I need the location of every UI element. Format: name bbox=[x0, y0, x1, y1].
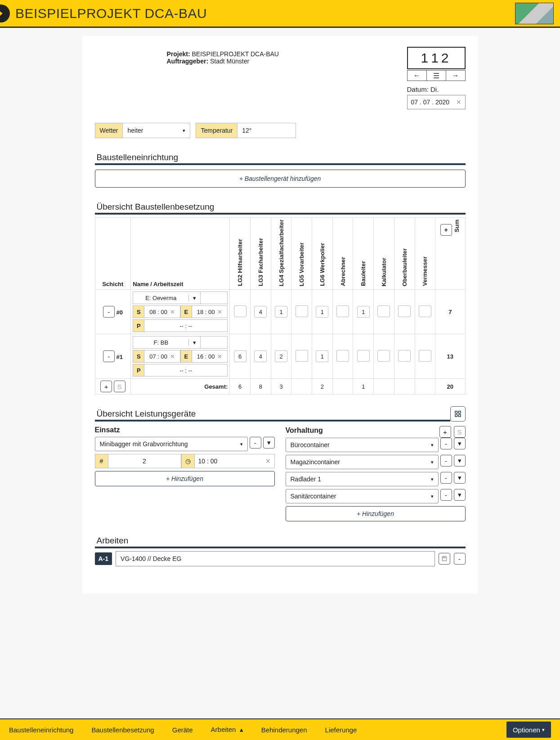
firm-value: F: BB bbox=[133, 339, 188, 346]
firm-select[interactable]: F: BB ▾ bbox=[133, 336, 228, 349]
logo-icon bbox=[0, 4, 10, 22]
staff-count-input[interactable] bbox=[336, 305, 349, 317]
staff-count-input[interactable] bbox=[357, 350, 370, 362]
staff-count-input[interactable]: 6 bbox=[234, 350, 246, 362]
pause-time-input[interactable]: -- : -- bbox=[144, 364, 228, 377]
vorhaltung-s-button[interactable]: S bbox=[454, 426, 466, 438]
scroll-area[interactable]: Projekt: BEISPIELPROJEKT DCA-BAU Auftrag… bbox=[0, 28, 560, 718]
firm-extra[interactable] bbox=[200, 336, 227, 348]
date-value: 07 . 07 . 2020 bbox=[411, 99, 450, 106]
work-save-icon[interactable] bbox=[439, 553, 450, 565]
vorhaltung-more-button[interactable]: ▾ bbox=[454, 455, 466, 466]
clear-icon[interactable]: ✕ bbox=[170, 309, 175, 315]
work-remove-button[interactable]: - bbox=[454, 553, 466, 565]
firm-select[interactable]: E: Oeverma ▾ bbox=[133, 292, 228, 304]
vorhaltung-remove-button[interactable]: - bbox=[440, 472, 452, 484]
vorhaltung-more-button[interactable]: ▾ bbox=[454, 472, 466, 484]
vorhaltung-item: Magazincontainer bbox=[291, 458, 340, 466]
remove-shift-button[interactable]: - bbox=[103, 306, 115, 318]
einsatz-add-button[interactable]: + Hinzufügen bbox=[95, 471, 275, 486]
col-kalkulator: Kalkulator bbox=[381, 258, 387, 287]
temperatur-value: 12° bbox=[242, 127, 251, 134]
einsatz-device-select[interactable]: Minibagger mit Grabvorrichtung ▾ bbox=[95, 437, 248, 451]
vorhaltung-item-select[interactable]: Bürocontainer ▾ bbox=[286, 438, 439, 452]
add-column-button[interactable]: + bbox=[440, 224, 452, 236]
staff-count-input[interactable]: 1 bbox=[316, 306, 328, 318]
section-besetzung: Übersicht Baustellenbesetzung bbox=[95, 199, 466, 215]
projekt-label: Projekt: bbox=[167, 50, 190, 58]
staff-count-input[interactable]: 4 bbox=[254, 306, 267, 318]
puzzle-icon[interactable] bbox=[450, 406, 466, 422]
end-time-input[interactable]: 18 : 00 ✕ bbox=[192, 305, 228, 318]
staff-count-input[interactable] bbox=[296, 350, 308, 362]
chevron-down-icon: ▾ bbox=[188, 339, 200, 346]
project-thumbnail[interactable] bbox=[515, 3, 554, 24]
einsatz-remove-button[interactable]: - bbox=[250, 437, 261, 448]
date-label: Datum: Di. bbox=[407, 85, 466, 93]
projekt-value: BEISPIELPROJEKT DCA-BAU bbox=[192, 50, 279, 58]
vorhaltung-remove-button[interactable]: - bbox=[440, 438, 452, 449]
staff-count-input[interactable] bbox=[296, 305, 308, 317]
vorhaltung-item-select[interactable]: Radlader 1 ▾ bbox=[286, 472, 439, 486]
staff-count-input[interactable] bbox=[419, 350, 431, 362]
staff-count-input[interactable] bbox=[336, 350, 349, 362]
staff-count-input[interactable]: 2 bbox=[275, 350, 287, 362]
staff-count-input[interactable]: 4 bbox=[254, 350, 267, 362]
clear-time-icon[interactable]: ✕ bbox=[265, 457, 271, 465]
staff-count-input[interactable]: 1 bbox=[316, 350, 328, 362]
temperatur-input[interactable]: 12° bbox=[237, 123, 296, 138]
clear-icon[interactable]: ✕ bbox=[217, 309, 222, 315]
col-lg2: LG2 Hilfsarbeiter bbox=[237, 239, 243, 286]
date-input[interactable]: 07 . 07 . 2020 ✕ bbox=[407, 95, 466, 109]
vorhaltung-add-row[interactable]: + Hinzufügen bbox=[286, 506, 466, 521]
vorhaltung-more-button[interactable]: ▾ bbox=[454, 438, 466, 449]
einsatz-device: Minibagger mit Grabvorrichtung bbox=[100, 440, 188, 448]
end-tag: E bbox=[180, 305, 192, 318]
vorhaltung-item-select[interactable]: Sanitärcontainer ▾ bbox=[286, 489, 439, 503]
vorhaltung-more-button[interactable]: ▾ bbox=[454, 489, 466, 501]
staff-count-input[interactable] bbox=[234, 305, 246, 317]
work-text: VG-1400 // Decke EG bbox=[121, 555, 181, 562]
col-lg5: LG5 Vorarbeiter bbox=[298, 242, 305, 286]
vorhaltung-remove-button[interactable]: - bbox=[440, 455, 452, 466]
total-7 bbox=[374, 379, 394, 395]
staff-count-input[interactable] bbox=[377, 350, 390, 362]
staff-count-input[interactable] bbox=[419, 305, 431, 317]
col-name: Name / Arbeitszeit bbox=[133, 281, 183, 287]
shift-s-button[interactable]: S bbox=[114, 381, 125, 392]
clear-icon[interactable]: ✕ bbox=[217, 353, 222, 360]
total-label: Gesamt: bbox=[131, 379, 230, 395]
firm-extra[interactable] bbox=[200, 292, 227, 304]
next-report-button[interactable]: → bbox=[446, 70, 466, 81]
start-time-input[interactable]: 08 : 00 ✕ bbox=[144, 305, 180, 318]
vorhaltung-remove-button[interactable]: - bbox=[440, 489, 452, 501]
remove-shift-button[interactable]: - bbox=[103, 350, 115, 362]
start-time-input[interactable]: 07 : 00 ✕ bbox=[144, 350, 180, 363]
staff-count-input[interactable] bbox=[377, 305, 390, 317]
add-geraet-button[interactable]: + Baustellengerät hinzufügen bbox=[95, 170, 466, 188]
clear-date-icon[interactable]: ✕ bbox=[456, 99, 461, 106]
vorhaltung-item-select[interactable]: Magazincontainer ▾ bbox=[286, 455, 439, 469]
staff-count-input[interactable]: 1 bbox=[357, 306, 370, 318]
work-select[interactable]: VG-1400 // Decke EG bbox=[116, 551, 435, 566]
pause-time-input[interactable]: -- : -- bbox=[144, 319, 228, 332]
firm-value: E: Oeverma bbox=[133, 295, 188, 301]
vorhaltung-add-button[interactable]: + bbox=[439, 426, 451, 438]
einsatz-more-button[interactable]: ▾ bbox=[263, 437, 275, 448]
einsatz-time-input[interactable]: 10 : 00 ✕ bbox=[195, 454, 275, 468]
start-tag: S bbox=[133, 350, 144, 363]
report-number: 112 bbox=[407, 47, 466, 69]
clear-icon[interactable]: ✕ bbox=[170, 353, 175, 360]
wetter-select[interactable]: heiter ▾ bbox=[123, 123, 190, 138]
shift-id: #1 bbox=[116, 354, 122, 360]
list-reports-button[interactable]: ☰ bbox=[426, 70, 446, 81]
staff-count-input[interactable]: 1 bbox=[275, 306, 287, 318]
total-3 bbox=[291, 379, 312, 395]
staff-count-input[interactable] bbox=[398, 305, 411, 317]
vorhaltung-item: Sanitärcontainer bbox=[291, 493, 336, 500]
einsatz-count-input[interactable]: 2 bbox=[108, 454, 181, 468]
add-shift-button[interactable]: + bbox=[100, 381, 112, 392]
staff-count-input[interactable] bbox=[398, 350, 411, 362]
prev-report-button[interactable]: ← bbox=[407, 70, 426, 81]
end-time-input[interactable]: 16 : 00 ✕ bbox=[192, 350, 228, 363]
